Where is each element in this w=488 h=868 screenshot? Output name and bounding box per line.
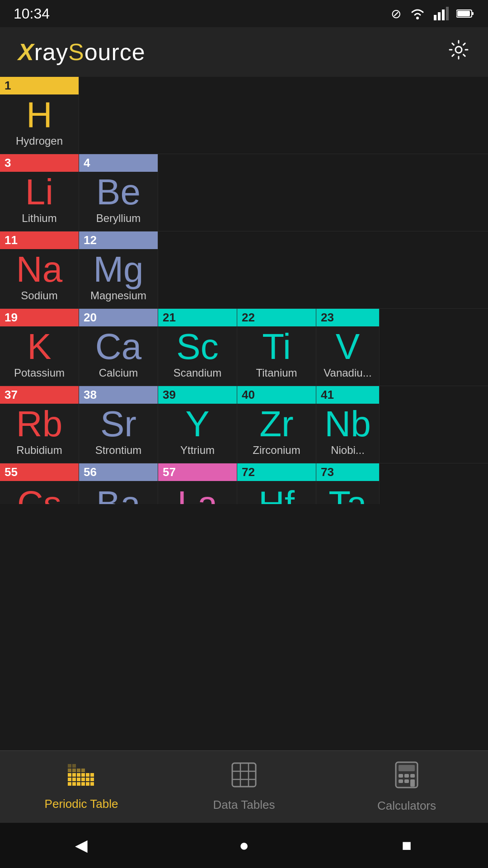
element-Rb[interactable]: 37 Rb Rubidium — [0, 386, 79, 463]
svg-rect-41 — [404, 774, 409, 778]
svg-point-8 — [455, 47, 462, 53]
svg-rect-23 — [77, 782, 80, 786]
settings-button[interactable] — [447, 38, 470, 66]
app-title: XraySource — [18, 38, 145, 66]
element-Zr[interactable]: 40 Zr Zirconium — [237, 386, 316, 463]
nav-data-tables[interactable]: Data Tables — [163, 762, 325, 812]
element-Ti-symbol: Ti — [262, 329, 291, 365]
element-Sr-number: 38 — [79, 386, 158, 404]
element-Sc-name: Scandium — [174, 367, 222, 379]
svg-rect-28 — [72, 769, 76, 772]
svg-rect-21 — [68, 782, 71, 786]
element-Na-symbol: Na — [16, 251, 62, 288]
svg-rect-16 — [72, 778, 76, 781]
title-ray: ray — [34, 39, 68, 65]
element-Y-number: 39 — [158, 386, 237, 404]
element-Ca-name: Calcium — [99, 367, 138, 379]
svg-rect-1 — [434, 15, 436, 20]
data-tables-icon — [231, 762, 257, 793]
home-button[interactable]: ● — [226, 827, 262, 863]
element-Ti-number: 22 — [237, 309, 316, 326]
element-Nb[interactable]: 41 Nb Niobi... — [316, 386, 380, 463]
svg-rect-27 — [68, 769, 71, 772]
element-V[interactable]: 23 V Vanadiu... — [316, 309, 380, 386]
element-Zr-name: Zirconium — [253, 444, 300, 457]
periodic-table-icon — [68, 763, 95, 793]
row-2: 3 Li Lithium 4 Be Beryllium — [0, 154, 488, 231]
element-H[interactable]: 1 H Hydrogen — [0, 77, 79, 154]
element-Nb-name: Niobi... — [331, 444, 365, 457]
element-Nb-number: 41 — [316, 386, 379, 404]
svg-rect-39 — [399, 765, 415, 771]
svg-rect-17 — [77, 778, 80, 781]
element-Y-name: Yttrium — [180, 444, 215, 457]
element-Sc-number: 21 — [158, 309, 237, 326]
svg-rect-10 — [72, 773, 76, 777]
svg-rect-25 — [86, 782, 89, 786]
element-Sr[interactable]: 38 Sr Strontium — [79, 386, 158, 463]
element-Y[interactable]: 39 Y Yttrium — [158, 386, 237, 463]
element-Mg[interactable]: 12 Mg Magnesium — [79, 231, 158, 308]
svg-rect-18 — [81, 778, 85, 781]
row-5: 37 Rb Rubidium 38 Sr Strontium 39 Y Yttr… — [0, 386, 488, 463]
bottom-nav: Periodic Table Data Tables — [0, 750, 488, 823]
empty-cell — [158, 154, 488, 231]
element-Ca-symbol: Ca — [95, 329, 141, 365]
nav-calculators[interactable]: Calculators — [325, 761, 488, 813]
element-V-symbol: V — [336, 329, 360, 365]
element-Ca-number: 20 — [79, 309, 158, 326]
battery-icon — [456, 8, 474, 19]
element-Na-number: 11 — [0, 231, 79, 249]
svg-rect-29 — [77, 769, 80, 772]
svg-rect-11 — [77, 773, 80, 777]
element-Rb-symbol: Rb — [16, 406, 62, 442]
element-Nb-symbol: Nb — [324, 406, 371, 442]
sys-nav-bar: ◀ ● ■ — [0, 823, 488, 868]
element-H-name: Hydrogen — [16, 135, 63, 147]
status-time: 10:34 — [14, 5, 50, 22]
nav-data-tables-label: Data Tables — [213, 798, 275, 812]
element-Be-name: Beryllium — [96, 212, 141, 225]
element-Ca[interactable]: 20 Ca Calcium — [79, 309, 158, 386]
element-Sc[interactable]: 21 Sc Scandium — [158, 309, 237, 386]
svg-rect-26 — [90, 782, 94, 786]
svg-rect-9 — [68, 773, 71, 777]
element-K-number: 19 — [0, 309, 79, 326]
element-K[interactable]: 19 K Potassium — [0, 309, 79, 386]
nav-calculators-label: Calculators — [377, 799, 436, 813]
row-3: 11 Na Sodium 12 Mg Magnesium — [0, 231, 488, 309]
svg-rect-6 — [472, 12, 474, 15]
signal-icon — [434, 7, 449, 20]
svg-point-0 — [416, 17, 419, 19]
title-ource: ource — [84, 39, 145, 65]
svg-rect-30 — [81, 769, 85, 772]
element-Be-number: 4 — [79, 154, 158, 172]
element-Ta[interactable]: 73 Ta — [316, 463, 380, 504]
element-Na[interactable]: 11 Na Sodium — [0, 231, 79, 308]
nav-periodic-table[interactable]: Periodic Table — [0, 763, 163, 811]
svg-rect-19 — [86, 778, 89, 781]
app-header: XraySource — [0, 27, 488, 77]
element-Sr-name: Strontium — [95, 444, 142, 457]
element-Ti[interactable]: 22 Ti Titanium — [237, 309, 316, 386]
recents-button[interactable]: ■ — [389, 827, 425, 863]
element-La[interactable]: 57 La — [158, 463, 237, 504]
element-Ba[interactable]: 56 Ba — [79, 463, 158, 504]
element-Li-number: 3 — [0, 154, 79, 172]
element-Li[interactable]: 3 Li Lithium — [0, 154, 79, 231]
back-button[interactable]: ◀ — [63, 827, 99, 863]
title-x: X — [18, 39, 34, 65]
svg-rect-20 — [90, 778, 94, 781]
element-Be[interactable]: 4 Be Beryllium — [79, 154, 158, 231]
row-6-partial: 55 Cs 56 Ba 57 La 72 Hf 73 Ta — [0, 463, 488, 513]
empty-cell — [158, 231, 488, 308]
svg-rect-15 — [68, 778, 71, 781]
element-Cs[interactable]: 55 Cs — [0, 463, 79, 504]
element-Rb-number: 37 — [0, 386, 79, 404]
svg-rect-45 — [410, 779, 415, 787]
svg-rect-14 — [90, 773, 94, 777]
element-Hf[interactable]: 72 Hf — [237, 463, 316, 504]
svg-rect-42 — [410, 774, 415, 778]
svg-rect-4 — [446, 7, 449, 20]
element-Rb-name: Rubidium — [16, 444, 62, 457]
